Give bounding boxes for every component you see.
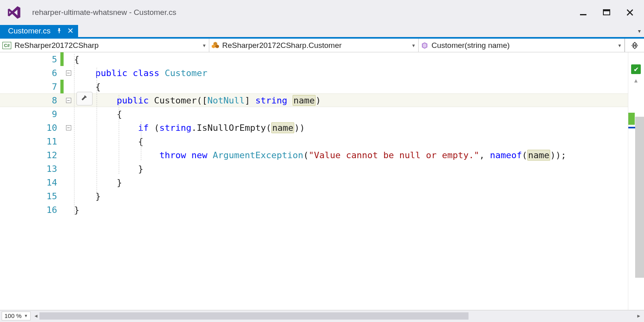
scroll-track[interactable] — [39, 312, 635, 320]
fold-toggle[interactable]: − — [64, 125, 73, 130]
member-label: Customer(string name) — [431, 41, 510, 50]
code-line[interactable]: 12 throw new ArgumentException("Value ca… — [0, 148, 628, 162]
class-selector[interactable]: ReSharper20172CSharp.Customer ▼ — [209, 39, 419, 52]
vertical-scroll-thumb[interactable] — [635, 117, 644, 278]
line-number: 6 — [0, 68, 60, 78]
fold-minus-icon: − — [66, 70, 71, 76]
zoom-value: 100 % — [4, 312, 22, 319]
change-indicator — [60, 107, 64, 121]
pin-icon[interactable] — [56, 27, 62, 35]
code-text[interactable]: public class Customer — [73, 68, 628, 78]
maximize-button[interactable] — [601, 7, 612, 18]
error-stripe[interactable]: ✔ ▲ — [628, 52, 644, 310]
code-line[interactable]: 13 } — [0, 162, 628, 175]
line-number: 14 — [0, 178, 60, 188]
minimize-button[interactable] — [578, 7, 588, 18]
code-line[interactable]: 8− public Customer([NotNull] string name… — [0, 93, 628, 107]
window-title: reharper-ultimate-whatsnew - Customer.cs — [32, 8, 578, 17]
code-line[interactable]: 9 { — [0, 107, 628, 121]
code-text[interactable]: { — [73, 82, 628, 92]
code-line[interactable]: 14 } — [0, 175, 628, 189]
horizontal-scrollbar[interactable]: ◄ ► — [32, 312, 642, 320]
code-line[interactable]: 6− public class Customer — [0, 66, 628, 80]
indent-guide — [141, 122, 141, 160]
document-tab-customer[interactable]: Customer.cs — [0, 25, 78, 37]
code-line[interactable]: 15 } — [0, 189, 628, 203]
code-line[interactable]: 10− if (string.IsNullOrEmpty(name)) — [0, 121, 628, 134]
code-line[interactable]: 5{ — [0, 52, 628, 66]
code-text[interactable]: public Customer([NotNull] string name) — [73, 95, 628, 105]
change-indicator — [60, 52, 64, 66]
line-number: 10 — [0, 123, 60, 133]
change-indicator — [60, 148, 64, 162]
fold-toggle[interactable]: − — [64, 98, 73, 103]
close-button[interactable] — [625, 7, 635, 18]
change-indicator — [60, 93, 64, 107]
change-indicator — [60, 134, 64, 148]
code-text[interactable]: } — [73, 178, 628, 188]
code-text[interactable]: throw new ArgumentException("Value canno… — [73, 150, 628, 160]
line-number: 8 — [0, 95, 60, 105]
document-tab-strip: Customer.cs ▾ — [0, 25, 644, 39]
change-indicator — [60, 121, 64, 134]
svg-rect-0 — [580, 14, 586, 15]
code-text[interactable]: { — [73, 109, 628, 119]
method-icon — [421, 42, 428, 49]
indent-guide — [74, 54, 74, 215]
member-selector[interactable]: Customer(string name) ▼ — [419, 39, 625, 52]
namespace-selector[interactable]: C# ReSharper20172CSharp ▼ — [0, 39, 209, 52]
tab-label: Customer.cs — [8, 27, 51, 35]
code-text[interactable]: { — [73, 136, 628, 147]
scroll-left-arrow-icon[interactable]: ◄ — [32, 313, 39, 319]
line-number: 7 — [0, 82, 60, 92]
svg-rect-2 — [603, 10, 610, 11]
code-text[interactable]: if (string.IsNullOrEmpty(name)) — [73, 123, 628, 133]
code-editor[interactable]: 5{6− public class Customer7 {8− public C… — [0, 52, 644, 310]
code-line[interactable]: 16} — [0, 203, 628, 217]
code-text[interactable]: } — [73, 191, 628, 201]
title-bar: reharper-ultimate-whatsnew - Customer.cs — [0, 0, 644, 25]
line-number: 16 — [0, 205, 60, 215]
class-label: ReSharper20172CSharp.Customer — [222, 41, 342, 50]
window-controls — [578, 7, 640, 18]
chevron-down-icon: ▼ — [202, 43, 206, 48]
code-text[interactable]: } — [73, 164, 628, 174]
navigation-bar: C# ReSharper20172CSharp ▼ ReSharper20172… — [0, 39, 644, 52]
fold-minus-icon: − — [66, 98, 71, 103]
class-icon — [212, 42, 219, 49]
line-number: 5 — [0, 54, 60, 64]
chevron-down-icon: ▼ — [617, 43, 622, 48]
indent-guide — [97, 68, 97, 200]
tab-overflow-chevron-icon[interactable]: ▾ — [634, 25, 644, 37]
line-number: 12 — [0, 150, 60, 160]
code-text[interactable]: { — [73, 54, 628, 64]
change-indicator — [60, 189, 64, 203]
change-indicator — [60, 175, 64, 189]
quick-action-hammer-icon[interactable] — [76, 92, 93, 105]
change-indicator — [60, 162, 64, 175]
visual-studio-icon — [6, 5, 22, 20]
scroll-right-arrow-icon[interactable]: ► — [635, 313, 642, 319]
split-editor-button[interactable] — [625, 39, 644, 52]
change-indicator — [60, 80, 64, 93]
change-indicator — [60, 66, 64, 80]
line-number: 13 — [0, 164, 60, 174]
analysis-ok-icon: ✔ — [631, 64, 641, 74]
namespace-label: ReSharper20172CSharp — [14, 41, 99, 50]
scroll-up-arrow-icon[interactable]: ▲ — [633, 77, 639, 84]
code-line[interactable]: 11 { — [0, 134, 628, 148]
change-indicator — [60, 203, 64, 217]
code-text[interactable]: } — [73, 205, 628, 215]
close-tab-icon[interactable] — [68, 27, 73, 35]
horizontal-scroll-thumb[interactable] — [39, 312, 468, 320]
zoom-selector[interactable]: 100 % ▼ — [2, 312, 31, 320]
line-number: 11 — [0, 136, 60, 147]
csharp-file-icon: C# — [2, 42, 11, 49]
code-line[interactable]: 7 { — [0, 80, 628, 93]
chevron-down-icon: ▼ — [411, 43, 416, 48]
fold-toggle[interactable]: − — [64, 70, 73, 76]
change-marker[interactable] — [628, 113, 635, 125]
line-number: 15 — [0, 191, 60, 201]
line-number: 9 — [0, 109, 60, 119]
fold-minus-icon: − — [66, 125, 71, 130]
